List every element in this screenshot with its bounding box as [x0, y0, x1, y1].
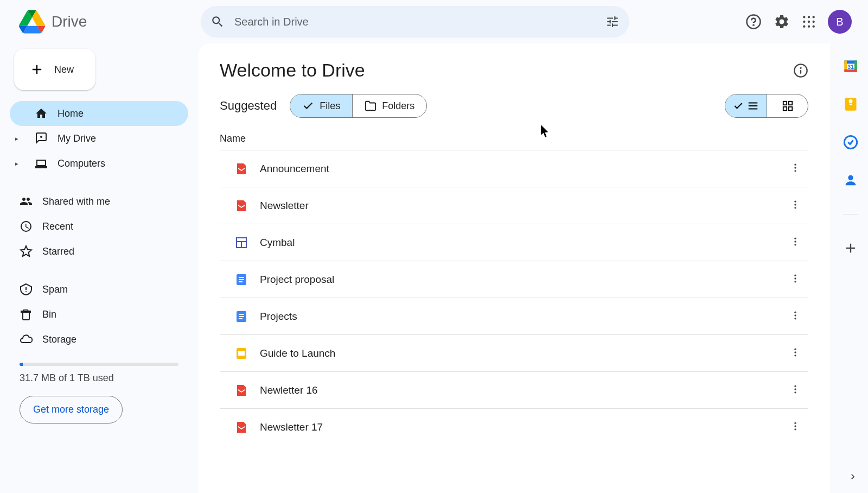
avatar[interactable]: B — [828, 10, 852, 34]
svg-point-9 — [808, 26, 810, 28]
tasks-icon[interactable] — [843, 135, 858, 150]
file-row[interactable]: Cymbal — [220, 224, 808, 261]
plus-icon — [29, 62, 44, 77]
storage-area: 31.7 MB of 1 TB used Get more storage — [10, 363, 188, 424]
view-list-button[interactable] — [725, 94, 767, 117]
more-options-button[interactable] — [786, 416, 805, 438]
more-options-button[interactable] — [786, 380, 805, 401]
svg-point-53 — [794, 385, 796, 387]
svg-point-6 — [808, 21, 810, 23]
new-button-label: New — [54, 64, 74, 75]
file-name: Cymbal — [260, 237, 774, 249]
sidebar-item-bin[interactable]: Bin — [10, 302, 188, 327]
chip-folders-label: Folders — [382, 100, 414, 112]
chip-files-label: Files — [320, 100, 340, 112]
calendar-icon[interactable]: 31 — [843, 59, 858, 74]
search-bar[interactable] — [201, 6, 629, 37]
contacts-icon[interactable] — [843, 173, 858, 188]
docs-file-icon — [235, 310, 248, 323]
svg-point-5 — [803, 21, 805, 23]
file-row[interactable]: Announcement — [220, 150, 808, 187]
view-toggle — [725, 94, 808, 118]
sidebar-item-shared-with-me[interactable]: Shared with me — [10, 189, 188, 214]
get-storage-button[interactable]: Get more storage — [20, 396, 123, 424]
keep-icon[interactable] — [843, 97, 858, 112]
toolbar: Suggested Files Folders — [198, 81, 830, 128]
cloud-icon — [20, 333, 33, 346]
sidebar-item-label: Computers — [58, 158, 105, 169]
logo-area[interactable]: Drive — [11, 9, 201, 35]
panel-expand-icon[interactable] — [847, 471, 858, 482]
svg-point-24 — [794, 200, 796, 202]
sidebar-item-home[interactable]: Home — [10, 101, 188, 126]
file-row[interactable]: Projects — [220, 298, 808, 334]
gmail-file-icon — [235, 199, 248, 212]
more-options-button[interactable] — [786, 269, 805, 290]
file-row[interactable]: Newsletter — [220, 187, 808, 224]
svg-point-52 — [794, 355, 796, 356]
nav-section-secondary: Shared with me Recent Starred — [10, 189, 188, 264]
expand-caret-icon[interactable]: ▸ — [15, 160, 25, 167]
more-options-button[interactable] — [786, 232, 805, 254]
file-row[interactable]: Newsletter 17 — [220, 408, 808, 445]
expand-caret-icon[interactable]: ▸ — [15, 135, 25, 142]
svg-rect-17 — [783, 102, 786, 105]
folder-icon — [365, 100, 376, 112]
list-icon — [747, 100, 759, 112]
svg-point-23 — [794, 170, 796, 172]
more-options-button[interactable] — [786, 195, 805, 217]
svg-point-10 — [813, 26, 815, 28]
gmail-file-icon — [235, 421, 248, 434]
search-input[interactable] — [234, 16, 605, 28]
svg-point-50 — [794, 348, 796, 350]
sidebar-item-recent[interactable]: Recent — [10, 214, 188, 239]
sidebar-item-starred[interactable]: Starred — [10, 239, 188, 264]
gmail-file-icon — [235, 384, 248, 397]
check-icon — [302, 100, 314, 112]
view-grid-button[interactable] — [767, 94, 808, 117]
more-options-button[interactable] — [786, 306, 805, 327]
file-name: Newletter 16 — [260, 384, 774, 396]
info-icon[interactable] — [793, 63, 808, 78]
file-row[interactable]: Newletter 16 — [220, 371, 808, 408]
settings-icon[interactable] — [774, 14, 790, 30]
help-icon[interactable] — [745, 14, 762, 30]
apps-icon[interactable] — [802, 15, 816, 29]
sidebar-item-my-drive[interactable]: ▸ My Drive — [10, 126, 188, 151]
sidebar-item-spam[interactable]: Spam — [10, 277, 188, 302]
suggested-label: Suggested — [220, 99, 277, 113]
tune-icon[interactable] — [605, 15, 620, 29]
file-list: Announcement Newsletter Cymbal Project p… — [198, 150, 830, 493]
svg-rect-37 — [239, 281, 242, 282]
file-row[interactable]: Project proposal — [220, 261, 808, 298]
header: Drive B — [0, 0, 868, 43]
svg-rect-19 — [783, 107, 786, 110]
file-row[interactable]: Guide to Launch — [220, 334, 808, 371]
suggested-chip-group: Files Folders — [290, 94, 427, 118]
svg-text:31: 31 — [847, 64, 854, 70]
add-panel-icon[interactable] — [843, 241, 858, 256]
svg-point-47 — [794, 318, 796, 319]
more-options-button[interactable] — [786, 343, 805, 364]
sidebar-item-computers[interactable]: ▸ Computers — [10, 151, 188, 176]
svg-point-32 — [794, 241, 796, 242]
svg-point-39 — [794, 277, 796, 279]
svg-point-38 — [794, 274, 796, 276]
chip-files[interactable]: Files — [290, 94, 352, 117]
svg-point-31 — [794, 237, 796, 239]
svg-rect-30 — [242, 242, 246, 247]
sidebar-item-storage[interactable]: Storage — [10, 327, 188, 352]
more-options-button[interactable] — [786, 158, 805, 180]
home-icon — [35, 107, 48, 120]
file-name: Guide to Launch — [260, 347, 774, 359]
sidebar-item-label: Spam — [42, 284, 68, 295]
sidebar-item-label: Storage — [42, 334, 76, 345]
svg-point-21 — [794, 163, 796, 165]
right-panel: 31 — [833, 43, 868, 493]
logo-text: Drive — [52, 13, 87, 30]
new-button[interactable]: New — [14, 49, 95, 90]
file-name: Announcement — [260, 163, 774, 175]
svg-point-57 — [794, 425, 796, 427]
chip-folders[interactable]: Folders — [352, 94, 426, 117]
storage-bar — [20, 363, 178, 366]
